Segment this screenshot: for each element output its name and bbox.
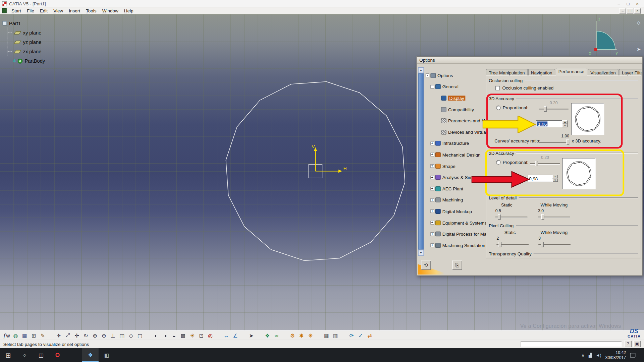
quick-hide-icon[interactable]: ◇ bbox=[127, 331, 135, 339]
options-tree-item[interactable]: Compatibility bbox=[426, 104, 486, 115]
fit-all-in-icon[interactable]: ⤢ bbox=[64, 331, 72, 339]
accuracy3d-fixed-radio[interactable] bbox=[496, 122, 500, 126]
sketcher-icon[interactable]: ⚙ bbox=[288, 331, 297, 339]
options-tree-item[interactable]: + Machining Simulation bbox=[426, 240, 486, 251]
transparency-option-radio[interactable] bbox=[536, 258, 540, 258]
expand-icon[interactable]: ⊕ bbox=[13, 58, 16, 64]
select-arrow-icon[interactable]: ➤ bbox=[247, 331, 255, 339]
lighting-icon[interactable]: ☀ bbox=[188, 331, 196, 339]
options-tree-item[interactable]: + Digital Mockup bbox=[426, 206, 486, 217]
zoom-in-icon[interactable]: ⊕ bbox=[91, 331, 99, 339]
action-center-icon[interactable] bbox=[630, 353, 635, 357]
tree-item[interactable]: xy plane bbox=[8, 28, 45, 37]
expander-box[interactable]: + bbox=[430, 232, 434, 236]
taskbar-app-file-explorer[interactable] bbox=[66, 348, 82, 362]
macro-icon[interactable]: ✎ bbox=[39, 331, 47, 339]
expander-box[interactable]: + bbox=[430, 187, 434, 190]
pan-icon[interactable]: ✛ bbox=[73, 331, 81, 339]
accuracy2d-fixed-stepper[interactable]: ▲ ▼ bbox=[552, 175, 558, 182]
accuracy3d-fixed-input[interactable]: 1,06 bbox=[536, 120, 562, 127]
network-icon[interactable]: ▟ bbox=[589, 353, 592, 357]
axis-tool-icon[interactable]: ⬦ bbox=[635, 19, 642, 27]
panel-icon[interactable]: ▣ bbox=[633, 341, 641, 347]
expander-box[interactable]: + bbox=[430, 243, 434, 247]
accuracy3d-fixed-stepper[interactable]: ▲ ▼ bbox=[562, 120, 568, 127]
expander-box[interactable]: + bbox=[430, 153, 434, 157]
menu-item[interactable]: Window bbox=[99, 8, 121, 13]
graph-tree-icon[interactable]: ❖ bbox=[263, 331, 271, 339]
options-tree-item[interactable]: - Options bbox=[426, 70, 486, 81]
tree-item[interactable]: ⊕ PartBody bbox=[8, 56, 45, 66]
normal-view-icon[interactable]: ⊥ bbox=[109, 331, 117, 339]
menu-item[interactable]: Insert bbox=[66, 8, 83, 13]
expander-box[interactable]: + bbox=[430, 198, 434, 202]
options-tree-item[interactable]: + AEC Plant bbox=[426, 183, 486, 194]
power-input-field[interactable] bbox=[521, 341, 622, 347]
expander-box[interactable]: + bbox=[430, 209, 434, 213]
constraint-icon[interactable]: ✱ bbox=[298, 331, 306, 339]
depth-effect-icon[interactable]: ⊡ bbox=[197, 331, 205, 339]
material-mode-icon[interactable]: ▩ bbox=[179, 331, 187, 339]
transparency-option-radio[interactable] bbox=[495, 258, 500, 258]
accuracy3d-proportional-radio[interactable] bbox=[496, 106, 500, 110]
accuracy2d-fixed-radio[interactable] bbox=[496, 177, 500, 181]
menu-item[interactable]: File bbox=[24, 8, 37, 13]
stepper-down-icon[interactable]: ▼ bbox=[562, 124, 568, 127]
wireframe-box-icon[interactable]: ▢ bbox=[136, 331, 144, 339]
dialog-tab[interactable]: Layer Filter bbox=[619, 69, 642, 76]
axis-system-icon[interactable]: ✳ bbox=[306, 331, 314, 339]
accuracy2d-proportional-slider[interactable] bbox=[530, 161, 560, 166]
accuracy2d-fixed-input[interactable]: 0,98 bbox=[528, 175, 552, 182]
select-cursor-icon[interactable]: ➤ bbox=[635, 46, 642, 53]
options-tree-item[interactable]: + Digital Process for Manu bbox=[426, 228, 486, 240]
scrollbar-thumb[interactable] bbox=[418, 73, 424, 249]
taskbar-app-opera[interactable]: O bbox=[49, 348, 66, 362]
expander-box[interactable]: + bbox=[430, 164, 434, 168]
grid-icon[interactable]: ▦ bbox=[322, 331, 330, 339]
curves-accuracy-slider[interactable] bbox=[539, 139, 570, 145]
accuracy2d-proportional-radio[interactable] bbox=[496, 160, 500, 165]
multi-view-icon[interactable]: ◫ bbox=[118, 331, 126, 339]
reset-settings-button[interactable]: ⟲ bbox=[421, 261, 431, 270]
search-button[interactable]: ○ bbox=[16, 348, 33, 362]
lod-moving-slider[interactable] bbox=[538, 214, 570, 220]
stepper-down-icon[interactable]: ▼ bbox=[552, 178, 558, 182]
stepper-up-icon[interactable]: ▲ bbox=[562, 120, 568, 124]
options-tree-item[interactable]: + Machining bbox=[426, 194, 486, 206]
options-tree-item[interactable]: - General bbox=[426, 81, 486, 93]
scrollbar-up-icon[interactable]: ▲ bbox=[418, 67, 424, 73]
menu-item[interactable]: View bbox=[51, 8, 66, 13]
expander-box[interactable]: + bbox=[430, 221, 434, 225]
dialog-scrollbar[interactable]: ▲ ▼ bbox=[418, 67, 424, 256]
child-restore-button[interactable]: □ bbox=[627, 8, 634, 13]
zoom-out-icon[interactable]: ⊖ bbox=[100, 331, 108, 339]
measure-angle-icon[interactable]: ∠ bbox=[231, 331, 239, 339]
dialog-title-bar[interactable]: Options bbox=[417, 57, 642, 64]
options-tree-item[interactable]: + Equipment & Systems bbox=[426, 217, 486, 228]
measure-between-icon[interactable]: ↔ bbox=[222, 331, 230, 339]
tree-root-part1[interactable]: Part1 bbox=[2, 18, 45, 28]
accuracy3d-proportional-slider[interactable] bbox=[539, 106, 569, 112]
tree-item[interactable]: zx plane bbox=[8, 47, 45, 56]
swap-visible-space-icon[interactable]: ∞ bbox=[272, 331, 280, 339]
volume-icon[interactable]: ◄) bbox=[596, 353, 601, 357]
exchange-icon[interactable]: ⇄ bbox=[366, 331, 374, 339]
rotate-icon[interactable]: ↻ bbox=[82, 331, 90, 339]
taskbar-clock[interactable]: 10:42 30/08/2017 bbox=[605, 350, 626, 360]
knowledge-fw-icon[interactable]: ƒw bbox=[2, 331, 10, 339]
options-tree-item[interactable]: + Shape bbox=[426, 160, 486, 172]
shading-icon[interactable]: ◐ bbox=[152, 331, 160, 339]
taskbar-app-3d[interactable]: ◧ bbox=[99, 348, 115, 362]
expander-box[interactable]: - bbox=[426, 74, 429, 77]
child-minimize-button[interactable]: – bbox=[620, 8, 626, 13]
close-button[interactable]: × bbox=[636, 1, 639, 6]
update-icon[interactable]: ⟳ bbox=[347, 331, 356, 339]
orientation-compass[interactable]: z y x bbox=[578, 16, 619, 56]
fly-mode-icon[interactable]: ✈ bbox=[55, 331, 63, 339]
pixel-static-slider[interactable] bbox=[496, 242, 529, 247]
design-table-icon[interactable]: ▦ bbox=[20, 331, 29, 339]
dialog-tab[interactable]: Tree Manipulation bbox=[486, 69, 528, 76]
shading-edges-icon[interactable]: ◑ bbox=[161, 331, 169, 339]
expander-box[interactable]: - bbox=[430, 85, 434, 88]
occlusion-culling-checkbox[interactable] bbox=[495, 86, 500, 90]
